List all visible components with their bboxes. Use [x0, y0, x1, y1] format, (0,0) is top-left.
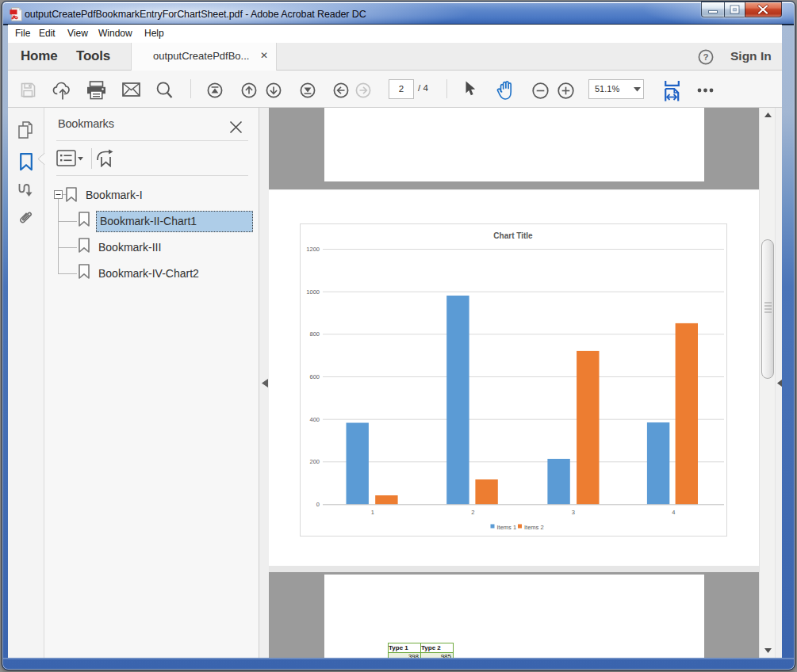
svg-text:0: 0: [316, 501, 320, 508]
svg-text:200: 200: [309, 458, 320, 465]
svg-text:800: 800: [309, 330, 320, 338]
svg-text:?: ?: [703, 52, 708, 62]
svg-text:4: 4: [672, 509, 675, 516]
svg-text:Chart Title: Chart Title: [493, 231, 533, 240]
svg-text:400: 400: [309, 416, 320, 423]
svg-text:1000: 1000: [306, 288, 320, 296]
svg-text:3: 3: [572, 509, 575, 516]
svg-text:Items 2: Items 2: [524, 524, 544, 531]
svg-text:1: 1: [371, 509, 374, 516]
svg-text:2: 2: [471, 509, 474, 516]
svg-text:Items 1: Items 1: [497, 524, 517, 531]
svg-text:1200: 1200: [306, 246, 320, 253]
svg-text:600: 600: [309, 373, 320, 380]
